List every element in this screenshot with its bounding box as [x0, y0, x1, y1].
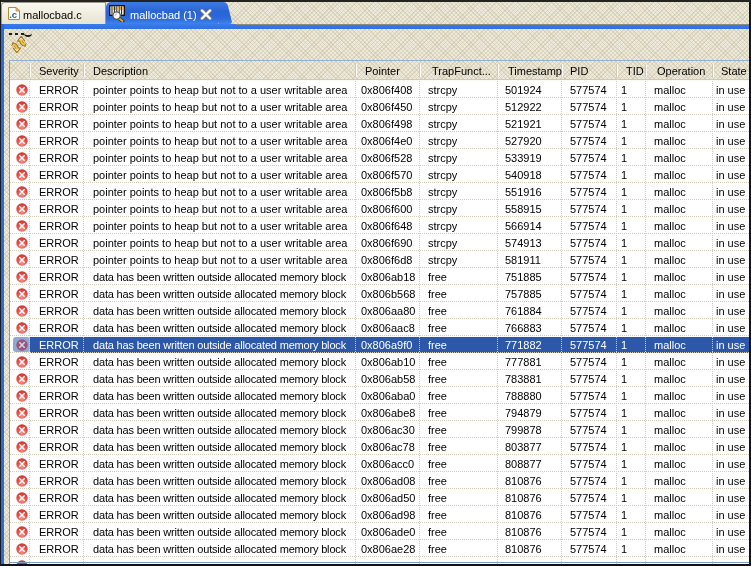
svg-text:.c: .c — [9, 9, 17, 20]
